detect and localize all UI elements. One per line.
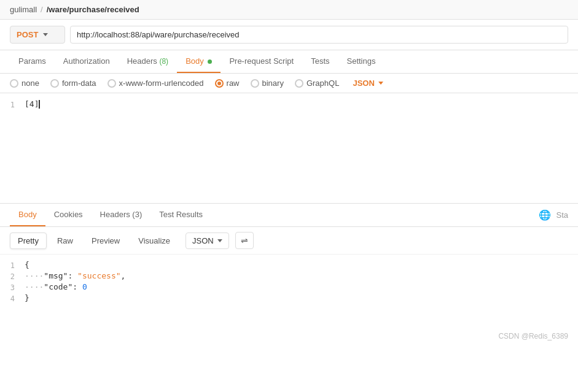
radio-none-circle [10,79,18,88]
tab-params[interactable]: Params [10,50,55,73]
radio-urlencoded-circle [107,79,116,88]
url-bar: POST [0,20,578,50]
fmt-pretty[interactable]: Pretty [10,233,47,249]
headers-badge: (8) [159,57,168,66]
breadcrumb-app: gulimall [10,5,37,14]
response-tab-cookies[interactable]: Cookies [45,204,92,226]
radio-raw-inner [217,82,221,85]
editor-line-1: 1 [4] [0,98,578,110]
radio-binary-circle [251,79,259,88]
tab-headers[interactable]: Headers (8) [119,50,177,73]
line-number-1: 1 [0,99,25,109]
json-type-dropdown[interactable]: JSON [353,79,383,88]
res-line-2: 2 ····"msg": "success", [0,271,578,282]
res-linenum-1: 1 [0,260,25,270]
tab-authorization[interactable]: Authorization [55,50,119,73]
response-body: 1 { 2 ····"msg": "success", 3 ····"code"… [0,255,578,328]
response-section: Body Cookies Headers (3) Test Results 🌐 … [0,204,578,328]
body-type-row: none form-data x-www-form-urlencoded raw… [0,74,578,93]
res-content-1: { [25,260,578,269]
wrap-icon: ⇌ [241,236,248,245]
response-format-row: Pretty Raw Preview Visualize JSON ⇌ [0,227,578,255]
radio-raw[interactable]: raw [215,79,240,88]
response-tab-headers[interactable]: Headers (3) [92,204,151,226]
response-json-dropdown[interactable]: JSON [186,233,229,249]
radio-graphql[interactable]: GraphQL [295,79,339,88]
res-line-3: 3 ····"code": 0 [0,282,578,293]
radio-formdata[interactable]: form-data [50,79,96,88]
json-dropdown-chevron-icon [378,82,383,85]
res-linenum-2: 2 [0,271,25,281]
breadcrumb: gulimall / /ware/purchase/received [0,0,578,20]
method-chevron-icon [43,33,48,36]
fmt-preview[interactable]: Preview [84,233,128,249]
request-body-editor[interactable]: 1 [4] [0,93,578,204]
response-right-area: 🌐 Sta [539,209,568,221]
tab-tests[interactable]: Tests [302,50,338,73]
res-content-2: ····"msg": "success", [25,271,578,280]
editor-content: 1 [4] [0,93,578,115]
res-content-3: ····"code": 0 [25,282,578,291]
res-content-4: } [25,293,578,302]
breadcrumb-sep: / [41,5,43,14]
radio-binary[interactable]: binary [251,79,284,88]
res-line-1: 1 { [0,259,578,271]
tab-prerequest[interactable]: Pre-request Script [221,50,302,73]
globe-icon: 🌐 [539,209,551,221]
radio-graphql-circle [295,79,303,88]
line-content-1: [4] [25,99,578,109]
response-json-chevron-icon [217,239,222,242]
response-tabs: Body Cookies Headers (3) Test Results 🌐 … [0,204,578,227]
url-input[interactable] [70,26,568,44]
res-linenum-4: 4 [0,293,25,303]
radio-raw-circle [215,79,224,88]
tab-body[interactable]: Body [177,50,221,73]
request-tabs: Params Authorization Headers (8) Body Pr… [0,50,578,74]
method-select[interactable]: POST [10,26,65,44]
response-status-partial: Sta [556,210,568,220]
res-line-4: 4 } [0,293,578,304]
response-tab-test-results[interactable]: Test Results [150,204,211,226]
radio-urlencoded[interactable]: x-www-form-urlencoded [107,79,204,88]
method-label: POST [17,30,38,39]
radio-formdata-circle [50,79,59,88]
radio-none[interactable]: none [10,79,39,88]
fmt-visualize[interactable]: Visualize [130,233,178,249]
wrap-button[interactable]: ⇌ [235,232,254,249]
fmt-raw[interactable]: Raw [49,233,81,249]
tab-settings[interactable]: Settings [338,50,385,73]
body-dot-icon [208,60,212,64]
res-linenum-3: 3 [0,282,25,292]
response-tab-body[interactable]: Body [10,204,45,226]
watermark: CSDN @Redis_6389 [0,328,578,344]
breadcrumb-path: /ware/purchase/received [47,5,139,14]
